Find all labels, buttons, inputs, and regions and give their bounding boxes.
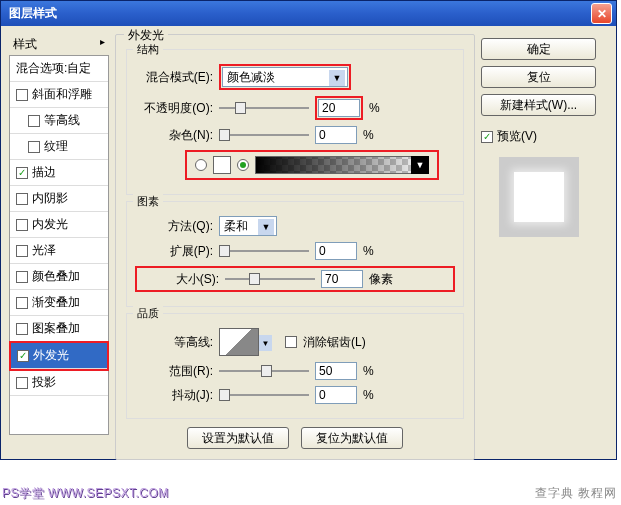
range-label: 范围(R): [135,363,213,380]
contour-label: 等高线: [135,334,213,351]
size-value[interactable]: 70 [321,270,363,288]
style-item-10[interactable]: ✓外发光 [11,343,107,369]
contour-picker[interactable] [219,328,259,356]
opacity-slider[interactable] [219,99,309,117]
spread-label: 扩展(P): [135,243,213,260]
style-item-2[interactable]: 纹理 [10,134,108,160]
elements-section: 图素 方法(Q): 柔和 扩展(P): 0 % 大小(S): 70 [126,201,464,307]
blend-mode-label: 混合模式(E): [135,69,213,86]
titlebar-text: 图层样式 [9,5,591,22]
jitter-label: 抖动(J): [135,387,213,404]
style-item-4[interactable]: 内阴影 [10,186,108,212]
style-label: 投影 [32,374,56,391]
gradient-picker[interactable] [255,156,429,174]
style-checkbox-5[interactable] [16,219,28,231]
method-combo[interactable]: 柔和 [219,216,277,236]
styles-panel-title: 样式▸ [9,34,109,55]
set-default-button[interactable]: 设置为默认值 [187,427,289,449]
structure-section: 结构 混合模式(E): 颜色减淡 不透明度(O): 20 % [126,49,464,195]
jitter-slider[interactable] [219,386,309,404]
style-checkbox-7[interactable] [16,271,28,283]
style-label: 渐变叠加 [32,294,80,311]
quality-section: 品质 等高线: 消除锯齿(L) 范围(R): 50 % [126,313,464,419]
style-item-7[interactable]: 颜色叠加 [10,264,108,290]
style-checkbox-10[interactable]: ✓ [17,350,29,362]
style-item-11[interactable]: 投影 [10,370,108,396]
noise-value[interactable]: 0 [315,126,357,144]
jitter-value[interactable]: 0 [315,386,357,404]
watermark-left: PS学堂 WWW.SEPSXT.COM [2,485,169,502]
reset-default-button[interactable]: 复位为默认值 [301,427,403,449]
style-label: 外发光 [33,347,69,364]
style-label: 描边 [32,164,56,181]
close-button[interactable]: ✕ [591,3,612,24]
new-style-button[interactable]: 新建样式(W)... [481,94,596,116]
style-checkbox-4[interactable] [16,193,28,205]
spread-value[interactable]: 0 [315,242,357,260]
style-label: 内阴影 [32,190,68,207]
noise-label: 杂色(N): [135,127,213,144]
blend-mode-combo[interactable]: 颜色减淡 [222,67,348,87]
preview-thumbnail [499,157,579,237]
style-item-5[interactable]: 内发光 [10,212,108,238]
style-item-0[interactable]: 斜面和浮雕 [10,82,108,108]
color-swatch[interactable] [213,156,231,174]
style-item-9[interactable]: 图案叠加 [10,316,108,342]
opacity-label: 不透明度(O): [135,100,213,117]
watermark-right: 查字典 教程网 [535,485,617,502]
style-label: 纹理 [44,138,68,155]
range-value[interactable]: 50 [315,362,357,380]
style-label: 等高线 [44,112,80,129]
style-checkbox-1[interactable] [28,115,40,127]
cancel-button[interactable]: 复位 [481,66,596,88]
style-checkbox-9[interactable] [16,323,28,335]
layer-style-dialog: 图层样式 ✕ 样式▸ 混合选项:自定 斜面和浮雕等高线纹理✓描边内阴影内发光光泽… [0,0,617,460]
noise-slider[interactable] [219,126,309,144]
style-checkbox-3[interactable]: ✓ [16,167,28,179]
style-label: 光泽 [32,242,56,259]
blend-options-row[interactable]: 混合选项:自定 [10,56,108,82]
preview-label: 预览(V) [497,128,537,145]
style-checkbox-2[interactable] [28,141,40,153]
style-label: 颜色叠加 [32,268,80,285]
style-item-8[interactable]: 渐变叠加 [10,290,108,316]
titlebar[interactable]: 图层样式 ✕ [1,1,616,26]
preview-checkbox[interactable]: ✓ [481,131,493,143]
size-slider[interactable] [225,270,315,288]
antialias-label: 消除锯齿(L) [303,334,366,351]
style-item-3[interactable]: ✓描边 [10,160,108,186]
style-checkbox-0[interactable] [16,89,28,101]
size-label: 大小(S): [141,271,219,288]
range-slider[interactable] [219,362,309,380]
style-label: 内发光 [32,216,68,233]
style-checkbox-6[interactable] [16,245,28,257]
antialias-checkbox[interactable] [285,336,297,348]
style-label: 斜面和浮雕 [32,86,92,103]
ok-button[interactable]: 确定 [481,38,596,60]
styles-list: 混合选项:自定 斜面和浮雕等高线纹理✓描边内阴影内发光光泽颜色叠加渐变叠加图案叠… [9,55,109,435]
style-item-6[interactable]: 光泽 [10,238,108,264]
method-label: 方法(Q): [135,218,213,235]
outer-glow-panel: 外发光 结构 混合模式(E): 颜色减淡 不透明度(O): [115,34,475,460]
style-checkbox-11[interactable] [16,377,28,389]
spread-slider[interactable] [219,242,309,260]
style-checkbox-8[interactable] [16,297,28,309]
solid-color-radio[interactable] [195,159,207,171]
gradient-radio[interactable] [237,159,249,171]
style-label: 图案叠加 [32,320,80,337]
style-item-1[interactable]: 等高线 [10,108,108,134]
opacity-value[interactable]: 20 [318,99,360,117]
